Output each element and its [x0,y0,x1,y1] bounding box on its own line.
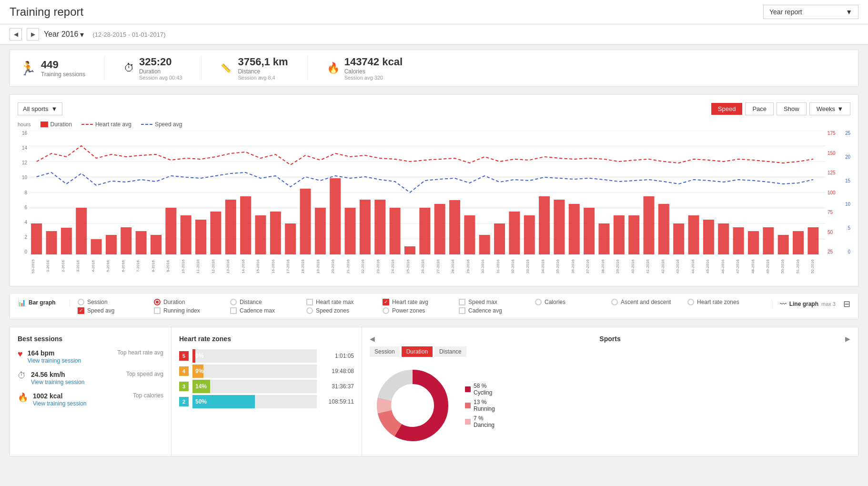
heart-rate-zones-panel: Heart rate zones 5 0% 1:01:05 4 [172,327,362,456]
hr-zone-3-track: 14% [192,380,317,393]
distance-value: 3756,1 km [238,56,288,68]
svg-rect-25 [270,212,281,254]
option-cadence-max[interactable]: Cadence max [230,307,306,314]
x-label: 38-2016 [601,254,616,278]
next-year-button[interactable]: ▶ [27,28,39,40]
sports-tabs: Session Duration Distance [370,346,850,357]
best-hr-link[interactable]: View training session [28,357,81,364]
year-selector[interactable]: Year 2016 ▾ [44,30,84,39]
option-power-zones[interactable]: Power zones [383,307,459,314]
svg-rect-32 [374,200,385,254]
svg-rect-12 [76,208,87,254]
x-label: 19-2016 [316,254,331,278]
svg-rect-39 [479,235,490,254]
sports-donut-chart [370,363,455,448]
svg-rect-51 [658,204,669,254]
pace-button[interactable]: Pace [745,102,774,115]
date-range: (12-28-2015 - 01-01-2017) [92,31,165,38]
x-label: 45-2016 [706,254,720,278]
option-hr-max-label: Heart rate max [316,299,353,305]
option-hr-zones[interactable]: Heart rate zones [687,299,764,305]
running-icon: 🏃 [20,61,36,76]
sport-filter-arrow-icon: ▼ [51,105,57,112]
svg-rect-42 [524,215,535,254]
option-hr-max-checkbox[interactable] [306,299,313,305]
x-label: 15-2016 [256,254,271,278]
option-heart-rate-avg[interactable]: Heart rate avg [383,299,459,305]
option-duration-radio[interactable] [154,299,161,305]
legend-heart-rate-label: Heart rate avg [95,121,131,128]
option-speed-avg-checkbox[interactable] [78,307,84,314]
weeks-button[interactable]: Weeks ▼ [809,102,850,115]
x-label: 18-2016 [301,254,315,278]
option-hr-avg-label: Heart rate avg [392,299,428,305]
option-calories[interactable]: Calories [535,299,611,305]
option-session[interactable]: Session [78,299,154,305]
svg-rect-61 [807,227,818,254]
year-report-dropdown[interactable]: Year report ▼ [763,5,858,19]
speed-button[interactable]: Speed [711,103,743,115]
dropdown-arrow-icon: ▼ [846,8,852,16]
option-running-index-checkbox[interactable] [154,307,161,314]
best-cal-link[interactable]: View training session [33,400,87,407]
sport-filter-dropdown[interactable]: All sports ▼ [18,102,62,115]
option-power-zones-radio[interactable] [383,307,389,314]
option-hr-avg-checkbox[interactable] [383,299,389,305]
option-speed-max-checkbox[interactable] [459,299,465,305]
sports-nav-prev[interactable]: ◀ [370,335,375,343]
option-speed-zones-radio[interactable] [306,307,313,314]
sports-tab-duration[interactable]: Duration [402,346,433,357]
option-speed-avg[interactable]: Speed avg [78,307,154,314]
sports-tab-distance[interactable]: Distance [434,346,466,357]
best-speed-link[interactable]: View training session [31,379,85,385]
x-label: 27-2016 [436,254,451,278]
svg-rect-31 [360,200,371,254]
option-calories-radio[interactable] [535,299,542,305]
option-duration[interactable]: Duration [154,299,230,305]
option-running-index[interactable]: Running index [154,307,230,314]
option-heart-rate-max[interactable]: Heart rate max [306,299,383,305]
svg-rect-14 [106,235,117,254]
page: Training report Year report ▼ ◀ ▶ Year 2… [0,0,868,486]
sports-tab-session[interactable]: Session [370,346,400,357]
chart-container: All sports ▼ Speed Pace Show Weeks ▼ hou… [10,94,858,286]
option-cadence-avg-checkbox[interactable] [459,307,465,314]
stat-training-sessions: 🏃 449 Training sessions [20,56,105,81]
option-ascent[interactable]: Ascent and descent [611,299,687,305]
option-distance-radio[interactable] [230,299,237,305]
option-session-radio[interactable] [78,299,84,305]
x-label: 34-2016 [541,254,555,278]
option-hr-zones-radio[interactable] [687,299,694,305]
option-cadence-max-checkbox[interactable] [230,307,237,314]
x-label: 43-2016 [676,254,690,278]
svg-rect-56 [733,227,744,254]
option-power-zones-label: Power zones [392,307,425,314]
year-label: Year 2016 [44,30,78,39]
option-speed-max[interactable]: Speed max [459,299,535,305]
sports-nav-next[interactable]: ▶ [845,335,850,343]
legend-duration: Duration [40,121,72,128]
chart-wrapper: 16 14 12 10 8 6 4 2 0 [18,131,850,254]
x-label: 12-2016 [211,254,226,278]
distance-sub: Session avg 8,4 [238,75,288,81]
x-label: 10-2016 [181,254,196,278]
option-cadence-avg[interactable]: Cadence avg [459,307,535,314]
option-ascent-radio[interactable] [611,299,618,305]
sports-header: ◀ Sports ▶ [370,335,850,343]
hr-zone-2-track: 50% [192,395,317,408]
filter-icon[interactable]: ⊟ [843,299,850,309]
option-speed-zones[interactable]: Speed zones [306,307,383,314]
x-label: 26-2016 [421,254,435,278]
x-label: 53-2015 [31,254,46,278]
option-hr-zones-label: Heart rate zones [697,299,739,305]
svg-rect-55 [718,223,729,254]
option-distance[interactable]: Distance [230,299,306,305]
svg-rect-40 [494,223,505,254]
page-title: Training report [10,5,83,19]
show-button[interactable]: Show [777,102,807,115]
x-label: 5-2016 [106,254,121,278]
svg-rect-60 [793,231,804,254]
prev-year-button[interactable]: ◀ [10,28,22,40]
distance-icon: 📏 [221,63,231,73]
x-label: 2-2016 [61,254,76,278]
